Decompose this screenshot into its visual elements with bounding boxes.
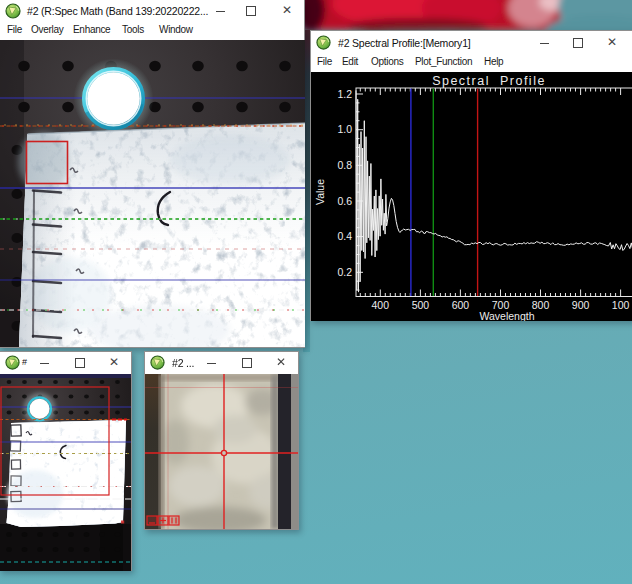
svg-text:Spectral Profile: Spectral Profile <box>432 74 546 88</box>
svg-text:Value: Value <box>314 179 326 205</box>
svg-text:0.2: 0.2 <box>337 266 352 278</box>
svg-text:100: 100 <box>612 299 630 311</box>
svg-text:0.6: 0.6 <box>337 195 352 207</box>
svg-text:900: 900 <box>572 299 590 311</box>
svg-text:0.8: 0.8 <box>337 159 352 171</box>
svg-text:400: 400 <box>372 299 390 311</box>
svg-text:0.4: 0.4 <box>337 230 352 242</box>
svg-text:600: 600 <box>452 299 470 311</box>
svg-text:1.2: 1.2 <box>337 88 352 100</box>
svg-text:500: 500 <box>412 299 430 311</box>
svg-text:1.0: 1.0 <box>337 123 352 135</box>
svg-text:Wavelength: Wavelength <box>479 310 534 322</box>
